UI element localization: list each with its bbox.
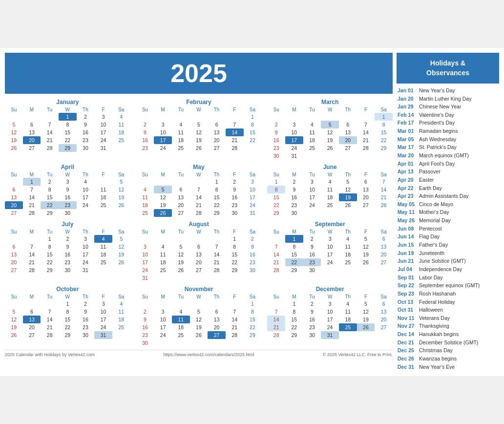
holiday-name: December Solstice (GMT) [419, 339, 478, 346]
holiday-name: Ash Wednesday [419, 136, 456, 143]
month-table-january: SuMTuWThFSa 1 2 3 4 5 [5, 106, 130, 152]
holiday-name: June Solstice (GMT) [419, 258, 466, 265]
holiday-date: Apr 23 [398, 193, 417, 200]
month-january: January SuMTuWThFSa 1 2 3 4 [5, 99, 130, 160]
holiday-item: May 11Mother's Day [397, 209, 499, 217]
holiday-date: Sep 22 [398, 282, 417, 289]
month-august: August SuMTuWThFSa 1 2 [136, 221, 262, 282]
holiday-name: Labor Day [419, 275, 442, 281]
holiday-name: September equinox (GMT) [419, 282, 480, 289]
holiday-date: Oct 31 [398, 307, 417, 314]
holiday-item: Jun 19Juneteenth [397, 249, 499, 257]
holiday-name: Federal Holiday [419, 299, 455, 306]
month-june: June SuMTuWThFSa 1 2 3 4 5 6 7 [267, 164, 393, 217]
holiday-item: Jan 29Chinese New Year [397, 103, 499, 111]
month-title-august: August [136, 221, 262, 228]
holiday-item: Mar 20March equinox (GMT) [397, 152, 499, 160]
holiday-name: Independence Day [419, 266, 462, 273]
footer: 2025 Calendar with Holidays by Vertex42.… [5, 350, 393, 357]
holiday-date: Dec 14 [398, 331, 417, 338]
holiday-item: Dec 14Hanukkah begins [397, 331, 499, 339]
footer-right: © 2025 Vertex42 LLC. Free to Print. [323, 352, 393, 357]
holiday-date: Jul 04 [398, 266, 417, 273]
holiday-date: Dec 25 [398, 347, 417, 354]
year-banner: 2025 [5, 53, 393, 94]
holiday-name: Easter [419, 177, 434, 184]
month-table-june: SuMTuWThFSa 1 2 3 4 5 6 7 8 9 [267, 171, 393, 217]
month-april: April SuMTuWThFSa 1 2 3 4 5 [5, 164, 130, 217]
month-table-february: SuMTuWThFSa 1 2 3 [136, 106, 262, 152]
holiday-date: Nov 11 [398, 315, 417, 322]
holiday-item: Jun 14Flag Day [397, 233, 499, 241]
holiday-date: Jun 21 [398, 258, 417, 265]
holiday-date: Nov 27 [398, 323, 417, 330]
holiday-name: Mother's Day [419, 209, 449, 216]
holiday-name: Martin Luther King Day [419, 96, 471, 103]
month-july: July SuMTuWThFSa 1 2 3 4 5 [5, 221, 130, 282]
calendar-section: 2025 January SuMTuWThFSa 1 [5, 53, 393, 371]
holiday-name: Father's Day [419, 242, 448, 249]
holiday-name: Memorial Day [419, 217, 451, 224]
holiday-item: Sep 23Rosh Hashanah [397, 290, 499, 298]
holiday-date: Feb 17 [398, 120, 417, 127]
holiday-date: Oct 13 [398, 299, 417, 306]
holiday-date: May 26 [398, 217, 417, 224]
footer-left: 2025 Calendar with Holidays by Vertex42.… [5, 352, 95, 357]
month-title-july: July [5, 221, 130, 228]
holiday-item: Jan 20Martin Luther King Day [397, 95, 499, 103]
holiday-name: Juneteenth [419, 250, 444, 257]
page: 2025 January SuMTuWThFSa 1 [0, 48, 504, 376]
holiday-item: Dec 21December Solstice (GMT) [397, 339, 499, 347]
month-march: March SuMTuWThFSa 1 [267, 99, 393, 160]
holiday-item: Dec 26Kwanzaa begins [397, 355, 499, 363]
holiday-date: Apr 13 [398, 169, 417, 175]
holiday-date: Mar 20 [398, 152, 417, 159]
footer-center: https://www.vertex42.com/calendars/2025.… [163, 352, 254, 357]
month-table-april: SuMTuWThFSa 1 2 3 4 5 6 7 [5, 171, 130, 217]
month-may: May SuMTuWThFSa 1 2 3 [136, 164, 262, 217]
holiday-date: Sep 01 [398, 275, 417, 281]
holiday-item: Feb 17President's Day [397, 119, 499, 127]
month-title-january: January [5, 99, 130, 106]
holiday-date: Jan 20 [398, 96, 417, 103]
holiday-date: Dec 31 [398, 364, 417, 371]
holiday-date: May 05 [398, 201, 417, 208]
holiday-item: Apr 13Passover [397, 168, 499, 176]
holiday-item: Jun 21June Solstice (GMT) [397, 257, 499, 266]
holiday-name: Flag Day [419, 233, 440, 240]
holiday-date: May 11 [398, 209, 417, 216]
holiday-name: New Year's Day [419, 87, 455, 94]
holiday-item: Nov 11Veterans Day [397, 314, 499, 322]
holiday-date: Jun 15 [398, 242, 417, 249]
holiday-date: Jan 01 [398, 87, 417, 94]
holiday-date: Jan 29 [398, 104, 417, 110]
holiday-date: Mar 01 [398, 128, 417, 135]
month-title-november: November [136, 286, 262, 293]
holiday-item: May 05Cinco de Mayo [397, 200, 499, 209]
holiday-date: Dec 26 [398, 356, 417, 362]
holiday-name: April Fool's Day [419, 161, 455, 168]
holiday-item: May 26Memorial Day [397, 217, 499, 225]
holiday-name: Cinco de Mayo [419, 201, 453, 208]
month-table-august: SuMTuWThFSa 1 2 3 4 [136, 229, 262, 282]
holiday-name: March equinox (GMT) [419, 152, 469, 159]
holiday-date: Apr 22 [398, 185, 417, 192]
holiday-name: St. Patrick's Day [419, 144, 457, 151]
holiday-date: Dec 21 [398, 339, 417, 346]
month-table-november: SuMTuWThFSa 1 2 3 [136, 294, 262, 347]
holiday-item: Oct 31Halloween [397, 306, 499, 315]
holiday-item: Apr 22Earth Day [397, 184, 499, 192]
holiday-name: President's Day [419, 120, 455, 127]
holiday-name: Rosh Hashanah [419, 291, 456, 297]
month-table-july: SuMTuWThFSa 1 2 3 4 5 6 7 [5, 229, 130, 274]
months-grid: January SuMTuWThFSa 1 2 3 4 [5, 99, 393, 347]
holiday-date: Mar 17 [398, 144, 417, 151]
month-table-may: SuMTuWThFSa 1 2 3 4 5 [136, 171, 262, 217]
holiday-date: Apr 20 [398, 177, 417, 184]
month-table-october: SuMTuWThFSa 1 2 3 4 5 6 [5, 294, 130, 339]
holiday-name: Admin Assistants Day [419, 193, 469, 200]
holiday-list: Jan 01New Year's DayJan 20Martin Luther … [397, 86, 499, 371]
month-title-december: December [267, 286, 393, 293]
sidebar-header: Holidays &Observances [397, 53, 499, 84]
holiday-item: Apr 01April Fool's Day [397, 160, 499, 168]
